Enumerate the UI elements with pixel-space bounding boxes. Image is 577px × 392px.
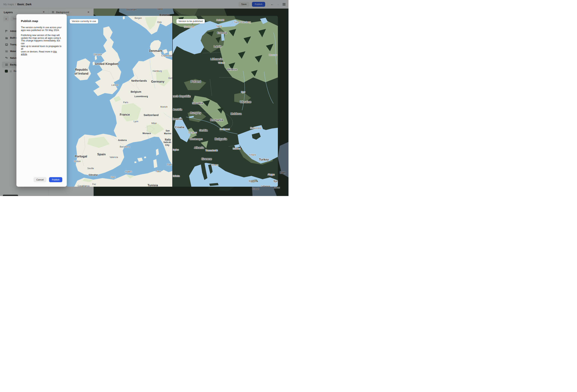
modal-paragraph-1: The version currently in use across your… xyxy=(21,26,62,32)
new-version-badge: Version to be published xyxy=(177,19,205,24)
publish-button-modal[interactable]: Publish xyxy=(49,177,62,182)
cancel-button[interactable]: Cancel xyxy=(34,177,46,182)
light-map-art xyxy=(67,16,172,187)
modal-title: Publish map xyxy=(21,19,62,23)
current-version-badge: Version currently in use xyxy=(70,19,98,24)
dark-map-art xyxy=(173,16,278,187)
publish-map-modal: Publish map The version currently in use… xyxy=(16,14,67,187)
map-preview-new-version[interactable]: Version to be published HelsinkiSaint Pe… xyxy=(173,16,278,187)
modal-paragraph-2: Publishing new version of the map will u… xyxy=(21,34,62,56)
map-preview-current-version[interactable]: Version currently in use BergenOsloGlasg… xyxy=(67,16,172,187)
compare-slider-divider[interactable] xyxy=(172,16,173,187)
